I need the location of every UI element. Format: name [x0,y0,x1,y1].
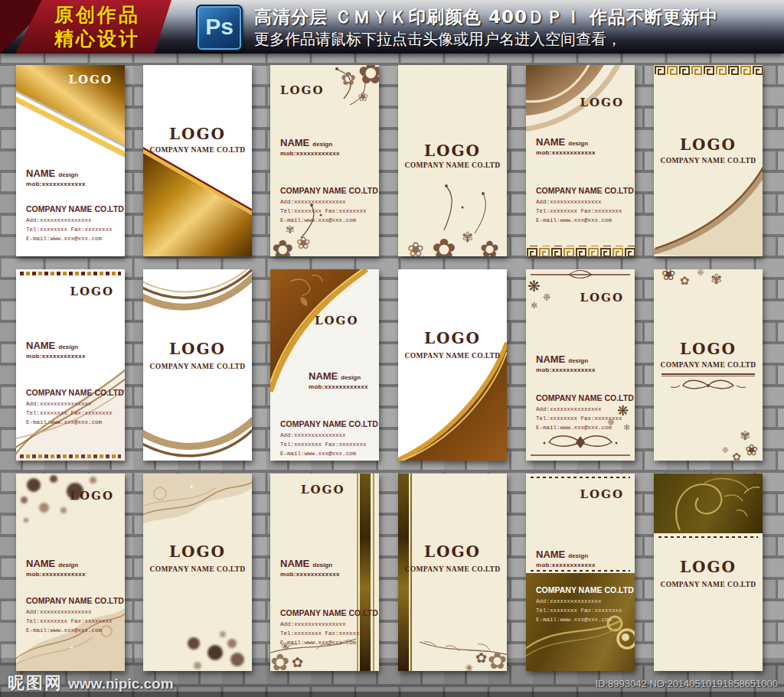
name-label: NAME [536,353,565,365]
design-label: design [312,562,332,568]
email-line: E-mail:www.xxx@xxx.com [26,234,124,243]
mobile-line: mob:xxxxxxxxxxxx [280,571,340,578]
phone-line: Tel:xxxxxxxx Fax:xxxxxxxx [26,225,124,234]
bokeh-dot [230,653,244,666]
sparkle-icon: ✦ [220,500,224,504]
bokeh-dot [188,637,200,650]
address-line: Add:xxxxxxxxxxxxxxx [26,216,124,225]
divider-line [662,373,755,375]
address-line: Add:xxxxxxxxxxxxxxx [536,405,634,414]
card-logo: LOGO [654,135,763,154]
phone-line: Tel:xxxxxxxx Fax:xxxxxxxx [536,606,634,615]
company-name: COMPANY NAME CO.LTD [26,204,124,213]
bottom-shadow-strip [0,692,784,697]
card-logo: LOGO [143,125,252,143]
design-label: design [568,357,588,364]
company-name: COMPANY NAME CO.LTD [654,157,763,164]
name-label: NAME [309,370,338,382]
business-card-r2c5: ❋ ❈ ✻ ❋ ❈ ✻ LOGO NAMEdesign mob:xxxxxxxx… [526,269,635,461]
business-card-r1c5: LOGO NAMEdesign mob:xxxxxxxxxxxx COMPANY… [526,65,635,256]
swoosh-greek-key-decoration [526,65,635,256]
flower-icon: ✾ [286,224,295,235]
business-card-r3c2: ✦ ✦ LOGO COMPANY NAME CO.LTD [143,474,252,671]
flower-icon: ❀ [296,235,310,252]
phone-line: Tel:xxxxxxxx Fax:xxxxxxxx [536,207,634,216]
company-name: COMPANY NAME CO.LTD [536,393,634,402]
business-card-r1c4: ✿ ❀ ✿ ✾ LOGO COMPANY NAME CO.LTD [398,65,507,256]
flower-icon: ✿ [432,235,456,256]
business-card-r2c3: LOGO NAMEdesign mob:xxxxxxxxxxxx COMPANY… [270,269,379,461]
company-name: COMPANY NAME CO.LTD [143,565,252,573]
email-line: E-mail:www.xxx@xxx.com [280,638,378,647]
name-label: NAME [26,168,55,179]
design-label: design [58,562,78,568]
company-name: COMPANY NAME CO.LTD [26,596,124,605]
address-line: Add:xxxxxxxxxxxxxxx [536,197,634,207]
address-line: Add:xxxxxxxxxxxxxxx [280,197,378,207]
design-label: design [312,141,332,148]
snowflake-icon: ❈ [697,269,704,277]
mobile-line: mob:xxxxxxxxxxxx [536,149,596,156]
name-label: NAME [536,136,565,148]
mobile-line: mob:xxxxxxxxxxxx [309,383,368,390]
name-label: NAME [536,549,565,560]
flower-icon: ❀ [662,269,675,283]
card-company-block: COMPANY NAME CO.LTD Add:xxxxxxxxxxxxxxx … [536,186,634,225]
card-logo: LOGO [301,483,345,497]
company-name: COMPANY NAME CO.LTD [536,186,634,195]
phone-line: Tel:xxxxxxxx Fax:xxxxxxxx [280,440,378,449]
banner-line2: 精心设计 [34,27,161,50]
card-logo: LOGO [580,487,625,501]
snowflake-icon: ❋ [528,278,541,294]
business-card-r1c6: LOGO COMPANY NAME CO.LTD [654,65,763,256]
image-id-text: ID:8993042 NO:20140510191858651000 [595,678,778,689]
swirl-decoration [526,474,635,671]
flower-icon: ✿ [732,451,741,461]
email-line: E-mail:www.xxx@xxx.com [26,626,124,635]
mobile-line: mob:xxxxxxxxxxxx [26,181,86,187]
card-company-block: COMPANY NAME CO.LTD Add:xxxxxxxxxxxxxxx … [536,393,634,432]
poster-page: 原创作品 精心设计 Ps 高清分层 ＣＭＹＫ印刷颜色 400ＤＰＩ 作品不断更新… [0,0,784,697]
card-logo: LOGO [69,73,113,86]
card-name-block: NAMEdesign mob:xxxxxxxxxxxx [536,352,596,373]
card-logo: LOGO [143,542,252,561]
design-label: design [568,140,588,147]
business-card-r1c1: LOGO NAMEdesign mob:xxxxxxxxxxxx COMPANY… [16,65,125,256]
company-name: COMPANY NAME CO.LTD [280,186,378,195]
photoshop-icon: Ps [196,5,243,51]
flower-icon: ✿ [480,238,499,256]
header-bar: 原创作品 精心设计 Ps 高清分层 ＣＭＹＫ印刷颜色 400ＤＰＩ 作品不断更新… [0,0,784,54]
flower-icon: ✿ [680,275,690,287]
card-logo: LOGO [398,142,507,160]
card-logo: LOGO [143,340,252,358]
address-line: Add:xxxxxxxxxxxxxxx [280,620,378,629]
mobile-line: mob:xxxxxxxxxxxx [26,571,86,578]
email-line: E-mail:www.xxx@xxx.com [536,216,634,225]
company-name: COMPANY NAME CO.LTD [536,585,634,594]
email-line: E-mail:www.xxx@xxx.com [280,449,378,458]
flower-icon: ✿ [358,65,379,88]
flower-icon: ✿ [341,70,356,88]
card-logo: LOGO [580,291,625,305]
company-name: COMPANY NAME CO.LTD [398,352,507,360]
bokeh-dot [220,631,226,637]
name-label: NAME [280,137,309,148]
card-logo: LOGO [654,340,763,358]
card-name-block: NAMEdesign mob:xxxxxxxxxxxx [280,135,340,157]
card-logo: LOGO [315,314,359,327]
sparkle-icon: ✦ [189,484,194,490]
card-logo: LOGO [280,83,325,97]
card-name-block: NAMEdesign mob:xxxxxxxxxxxx [536,135,596,156]
address-line: Add:xxxxxxxxxxxxxxx [26,607,124,617]
phone-line: Tel:xxxxxxxx Fax:xxxxxxxx [536,414,634,423]
business-card-r1c3: ✿ ✿ ❀ ✿ ❀ ✾ LOGO NAMEdesign mob:xxxxxxxx… [270,65,379,256]
business-card-r1c2: LOGO COMPANY NAME CO.LTD [143,65,252,256]
design-label: design [58,344,78,350]
banner-line1: 原创作品 [34,3,161,27]
card-name-block: NAMEdesign mob:xxxxxxxxxxxx [280,556,340,578]
company-name: COMPANY NAME CO.LTD [280,419,378,428]
header-title-line2: 更多作品请鼠标下拉点击头像或用户名进入空间查看， [254,30,779,49]
snowflake-icon: ❈ [722,446,729,454]
card-name-block: NAMEdesign mob:xxxxxxxxxxxx [26,338,86,360]
brown-curve-decoration [398,269,507,461]
